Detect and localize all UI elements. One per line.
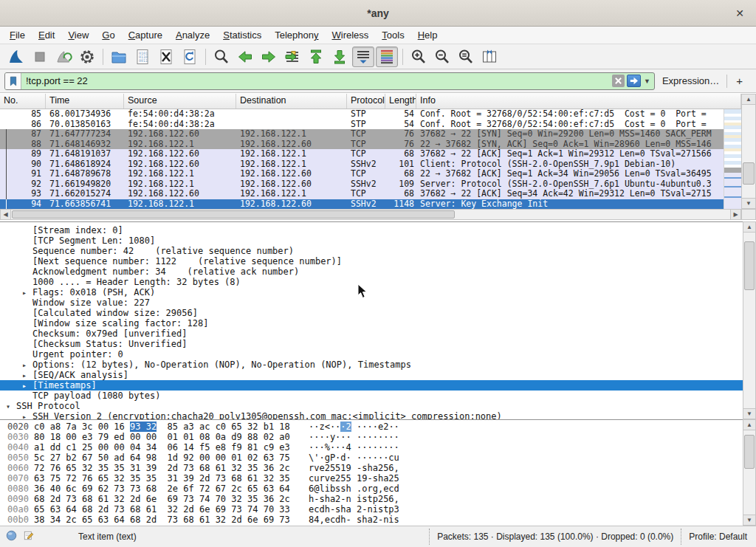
packet-row-91[interactable]: 9171.648789678192.168.122.1192.168.122.6…: [0, 169, 724, 179]
capture-options-button[interactable]: [76, 47, 98, 67]
hex-row-0040[interactable]: 0040a1 dd c1 25 00 00 04 34 06 14 f5 e8 …: [0, 442, 743, 453]
packet-row-92[interactable]: 9271.661949820192.168.122.1192.168.122.6…: [0, 179, 724, 190]
scroll-thumb[interactable]: [744, 241, 755, 290]
column-header-protocol[interactable]: Protocol: [347, 94, 385, 109]
packet-row-94[interactable]: 9471.663856741192.168.122.1192.168.122.6…: [0, 199, 724, 210]
detail-line[interactable]: ▸Options: (12 bytes), No-Operation (NOP)…: [0, 359, 743, 370]
hex-bytes[interactable]: 65 63 64 68 2d 73 68 61 32 2d 6e 69 73 7…: [34, 504, 309, 515]
expression-button[interactable]: Expression…: [655, 75, 726, 86]
zoom-100-button[interactable]: [455, 47, 477, 67]
column-header-source[interactable]: Source: [124, 94, 236, 109]
menu-telephony[interactable]: Telephony: [268, 28, 325, 42]
open-file-button[interactable]: [108, 47, 130, 67]
ascii-bytes[interactable]: ecdh-sha 2-nistp3: [309, 504, 399, 515]
packet-list-minimap[interactable]: [724, 109, 741, 209]
scroll-down-icon[interactable]: ▼: [743, 408, 755, 419]
column-header-destination[interactable]: Destination: [236, 94, 347, 109]
collapsed-chevron-icon[interactable]: ▸: [22, 381, 32, 391]
expanded-chevron-icon[interactable]: ▾: [6, 402, 16, 412]
hex-row-0080[interactable]: 008036 40 6c 69 62 73 73 68 2e 6f 72 67 …: [0, 484, 743, 494]
filter-clear-icon[interactable]: [612, 75, 625, 87]
detail-line[interactable]: Window size value: 227: [0, 297, 743, 308]
start-capture-button[interactable]: [5, 47, 27, 67]
restart-capture-button[interactable]: [52, 47, 75, 67]
column-header-length[interactable]: Length: [385, 94, 416, 109]
scroll-up-icon[interactable]: ▲: [743, 222, 755, 233]
scroll-up-icon[interactable]: ▲: [742, 94, 755, 105]
collapsed-chevron-icon[interactable]: ▸: [22, 371, 32, 381]
find-packet-button[interactable]: [210, 47, 233, 67]
hex-bytes[interactable]: 36 40 6c 69 62 73 73 68 2e 6f 72 67 2c 6…: [34, 484, 309, 494]
packet-row-90[interactable]: 9071.648618924192.168.122.60192.168.122.…: [0, 159, 724, 170]
display-filter-input[interactable]: [21, 75, 612, 86]
go-bottom-button[interactable]: [329, 47, 351, 67]
filter-history-chevron-icon[interactable]: ▼: [643, 78, 654, 85]
menu-tools[interactable]: Tools: [375, 28, 410, 42]
detail-line[interactable]: ▾SSH Protocol: [0, 401, 743, 411]
detail-line[interactable]: Sequence number: 42 (relative sequence n…: [0, 246, 743, 256]
ascii-bytes[interactable]: ···%···4 ········: [309, 442, 399, 453]
detail-line[interactable]: [Window size scaling factor: 128]: [0, 318, 743, 328]
scroll-up-icon[interactable]: ▲: [743, 420, 755, 430]
packet-row-89[interactable]: 8971.648191037192.168.122.60192.168.122.…: [0, 149, 724, 159]
filter-apply-icon[interactable]: [627, 75, 641, 87]
colorize-button[interactable]: [376, 47, 398, 67]
scroll-left-icon[interactable]: ◀: [1, 210, 11, 219]
menu-capture[interactable]: Capture: [122, 28, 169, 42]
filter-bookmark-icon[interactable]: [5, 73, 21, 89]
menu-view[interactable]: View: [61, 28, 95, 42]
detail-line[interactable]: [Checksum Status: Unverified]: [0, 339, 743, 349]
ascii-bytes[interactable]: ····y··· ········: [309, 432, 399, 442]
scroll-down-icon[interactable]: ▼: [743, 515, 755, 525]
resize-columns-button[interactable]: [478, 47, 501, 67]
column-header-info[interactable]: Info: [416, 94, 741, 109]
hex-bytes[interactable]: 72 76 65 32 35 35 31 39 2d 73 68 61 32 3…: [34, 463, 309, 473]
hex-bytes[interactable]: 63 75 72 76 65 32 35 35 31 39 2d 73 68 6…: [34, 473, 309, 484]
go-forward-button[interactable]: [258, 47, 280, 67]
menu-go[interactable]: Go: [95, 28, 121, 42]
packet-list-hscrollbar[interactable]: ◀ ▶: [0, 209, 741, 220]
reload-file-button[interactable]: [179, 47, 201, 67]
menu-help[interactable]: Help: [411, 28, 444, 42]
ascii-bytes[interactable]: h-sha2-n istp256,: [309, 494, 399, 504]
ascii-bytes[interactable]: 84,ecdh- sha2-nis: [309, 515, 399, 525]
hex-row-0090[interactable]: 009068 2d 73 68 61 32 2d 6e 69 73 74 70 …: [0, 494, 743, 504]
hex-bytes[interactable]: a1 dd c1 25 00 00 04 34 06 14 f5 e8 f9 8…: [34, 442, 309, 453]
add-filter-button[interactable]: +: [727, 75, 752, 87]
hex-row-0060[interactable]: 006072 76 65 32 35 35 31 39 2d 73 68 61 …: [0, 463, 743, 473]
detail-line[interactable]: [TCP Segment Len: 1080]: [0, 235, 743, 246]
collapsed-chevron-icon[interactable]: ▸: [22, 360, 32, 371]
go-top-button[interactable]: [305, 47, 327, 67]
detail-line[interactable]: Checksum: 0x79ed [unverified]: [0, 328, 743, 339]
auto-scroll-button[interactable]: [352, 47, 374, 67]
selected-bytes[interactable]: 93 32: [130, 422, 157, 432]
detail-line[interactable]: TCP payload (1080 bytes): [0, 391, 743, 401]
hex-row-0020[interactable]: 0020c0 a8 7a 3c 00 16 93 32 85 a3 ac c0 …: [0, 422, 743, 432]
packet-row-85[interactable]: 8568.001734936fe:54:00:d4:38:2aSTP54Conf…: [0, 109, 724, 120]
ascii-bytes[interactable]: \'·gP·d· ······cu: [309, 453, 399, 463]
packet-row-93[interactable]: 9371.662015274192.168.122.60192.168.122.…: [0, 189, 724, 199]
collapsed-chevron-icon[interactable]: ▸: [22, 412, 32, 419]
detail-line[interactable]: 1000 .... = Header Length: 32 bytes (8): [0, 277, 743, 287]
detail-line[interactable]: [Next sequence number: 1122 (relative se…: [0, 256, 743, 266]
menu-analyze[interactable]: Analyze: [169, 28, 216, 42]
hex-bytes[interactable]: 38 34 2c 65 63 64 68 2d 73 68 61 32 2d 6…: [34, 515, 309, 525]
close-file-button[interactable]: [155, 47, 177, 67]
bytes-vscrollbar[interactable]: ▲ ▼: [743, 419, 756, 526]
packet-row-86[interactable]: 8670.013850163fe:54:00:d4:38:2aSTP54Conf…: [0, 120, 724, 130]
collapsed-chevron-icon[interactable]: ▸: [22, 288, 32, 298]
expert-info-icon[interactable]: [6, 530, 17, 543]
packet-row-88[interactable]: 8871.648146932192.168.122.1192.168.122.6…: [0, 140, 724, 150]
ascii-bytes[interactable]: 6@libssh .org,ecd: [309, 484, 399, 494]
detail-line[interactable]: ▸[SEQ/ACK analysis]: [0, 370, 743, 380]
detail-line[interactable]: Acknowledgment number: 34 (relative ack …: [0, 266, 743, 277]
hex-row-0050[interactable]: 00505c 27 b2 67 50 ad 64 98 1d 92 00 00 …: [0, 453, 743, 463]
go-back-button[interactable]: [234, 47, 256, 67]
hex-row-00a0[interactable]: 00a065 63 64 68 2d 73 68 61 32 2d 6e 69 …: [0, 504, 743, 515]
hex-row-0070[interactable]: 007063 75 72 76 65 32 35 35 31 39 2d 73 …: [0, 473, 743, 484]
scroll-down-icon[interactable]: ▼: [742, 198, 755, 208]
capture-comment-icon[interactable]: [23, 530, 34, 543]
packet-row-87[interactable]: 8771.647777234192.168.122.60192.168.122.…: [0, 129, 724, 140]
hex-bytes[interactable]: 5c 27 b2 67 50 ad 64 98 1d 92 00 00 01 0…: [34, 453, 309, 463]
detail-line[interactable]: ▸Flags: 0x018 (PSH, ACK): [0, 287, 743, 297]
